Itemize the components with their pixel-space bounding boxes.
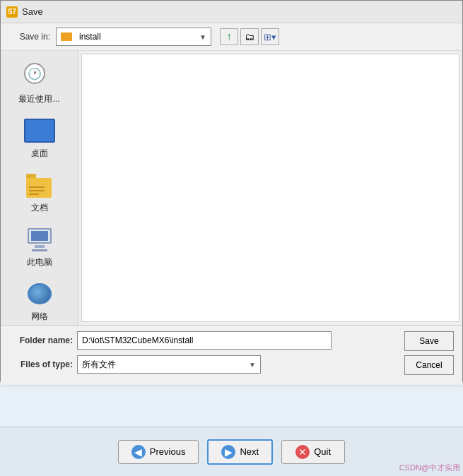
save-button[interactable]: Save xyxy=(404,331,454,351)
previous-icon: ◀ xyxy=(131,445,146,459)
quit-label: Quit xyxy=(314,446,331,457)
sidebar-recent-label: 最近使用... xyxy=(18,93,59,105)
sidebar: 🕐 最近使用... 桌面 xyxy=(1,51,78,325)
save-dialog: S7 Save Save in: install ▼ ↑ 🗂 ⊞▾ xyxy=(0,0,463,381)
save-in-combo[interactable]: install ▼ xyxy=(56,28,211,46)
files-type-select[interactable]: 所有文件 ▼ xyxy=(77,355,261,374)
grid-view-icon: ⊞▾ xyxy=(264,32,276,42)
combo-dropdown-arrow: ▼ xyxy=(199,33,206,41)
up-arrow-icon: ↑ xyxy=(226,30,232,43)
folder-name-row: Folder name: xyxy=(9,331,394,350)
thispc-icon xyxy=(23,225,57,254)
previous-button[interactable]: ◀ Previous xyxy=(118,440,199,464)
title-icon: S7 xyxy=(6,6,18,18)
next-icon: ▶ xyxy=(221,445,235,459)
documents-icon xyxy=(23,171,57,199)
save-in-path: install xyxy=(79,32,101,42)
quit-button[interactable]: ✕ Quit xyxy=(281,440,345,464)
sidebar-item-desktop[interactable]: 桌面 xyxy=(8,112,71,164)
previous-label: Previous xyxy=(150,446,186,457)
next-label: Next xyxy=(240,446,259,457)
installer-bottom-nav: ◀ Previous ▶ Next ✕ Quit xyxy=(0,427,463,476)
title-icon-text: S7 xyxy=(8,8,16,16)
sidebar-item-network[interactable]: 网络 xyxy=(8,275,71,327)
files-type-label: Files of type: xyxy=(9,359,73,369)
quit-icon: ✕ xyxy=(295,445,310,459)
navigate-up-button[interactable]: ↑ xyxy=(220,28,238,45)
network-icon xyxy=(23,280,57,308)
toolbar: Save in: install ▼ ↑ 🗂 ⊞▾ xyxy=(1,23,462,51)
folder-name-label: Folder name: xyxy=(9,335,73,345)
file-browser-area[interactable] xyxy=(81,54,459,322)
action-buttons: Save Cancel xyxy=(404,331,454,375)
recent-icon: 🕐 xyxy=(23,62,57,90)
sidebar-network-label: 网络 xyxy=(31,311,48,323)
title-bar: S7 Save xyxy=(1,1,462,23)
files-type-value: 所有文件 xyxy=(82,359,116,371)
sidebar-item-documents[interactable]: 文档 xyxy=(8,167,71,218)
form-area: Folder name: Files of type: 所有文件 ▼ Save … xyxy=(1,325,462,385)
form-fields: Folder name: Files of type: 所有文件 ▼ xyxy=(9,331,394,379)
sidebar-thispc-label: 此电脑 xyxy=(27,256,52,268)
desktop-icon xyxy=(23,117,57,145)
files-type-row: Files of type: 所有文件 ▼ xyxy=(9,355,394,374)
sidebar-item-thispc[interactable]: 此电脑 xyxy=(8,221,71,273)
folder-icon xyxy=(61,32,72,41)
form-rows: Folder name: Files of type: 所有文件 ▼ Save … xyxy=(9,331,454,379)
next-button[interactable]: ▶ Next xyxy=(207,439,273,465)
main-area: 🕐 最近使用... 桌面 xyxy=(1,51,462,325)
view-menu-button[interactable]: ⊞▾ xyxy=(261,28,279,45)
new-folder-button[interactable]: 🗂 xyxy=(240,28,259,45)
folder-name-input[interactable] xyxy=(77,331,332,350)
sidebar-documents-label: 文档 xyxy=(31,202,48,214)
toolbar-buttons: ↑ 🗂 ⊞▾ xyxy=(220,28,279,45)
sidebar-item-recent[interactable]: 🕐 最近使用... xyxy=(8,58,71,109)
cancel-button[interactable]: Cancel xyxy=(404,355,454,375)
sidebar-desktop-label: 桌面 xyxy=(31,148,48,160)
select-arrow-icon: ▼ xyxy=(249,361,256,369)
new-folder-icon: 🗂 xyxy=(245,31,254,42)
dialog-title: Save xyxy=(22,6,43,17)
save-in-label: Save in: xyxy=(8,32,50,42)
watermark: CSDN@中才实用 xyxy=(399,463,460,473)
